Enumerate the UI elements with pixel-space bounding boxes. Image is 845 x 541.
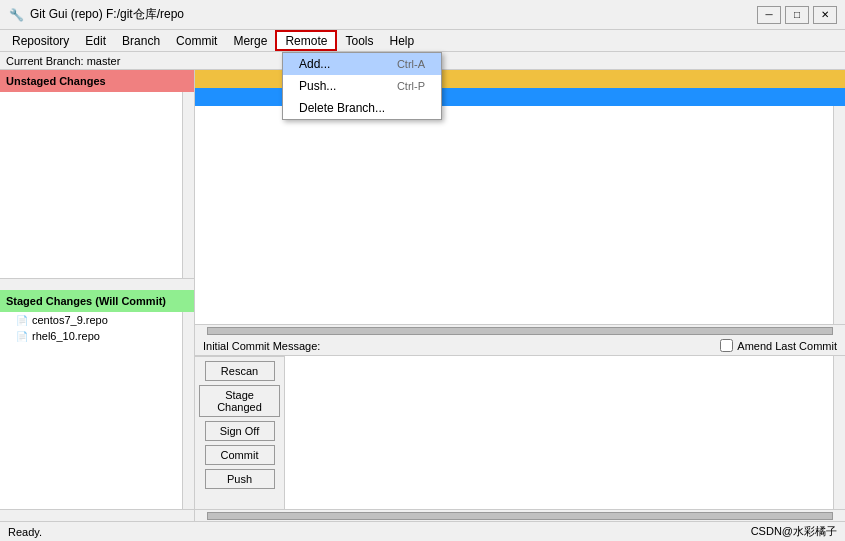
commit-area: Initial Commit Message: Amend Last Commi… [195, 336, 845, 521]
diff-scrollbar-thumb[interactable] [207, 327, 833, 335]
window-controls: ─ □ ✕ [757, 6, 837, 24]
commit-header: Initial Commit Message: Amend Last Commi… [195, 336, 845, 356]
diff-scrollbar-h[interactable] [195, 324, 845, 336]
menu-branch[interactable]: Branch [114, 30, 168, 51]
left-panel: Unstaged Changes Staged Changes (Will Co… [0, 70, 195, 521]
staged-file-centos[interactable]: 📄 centos7_9.repo [0, 312, 194, 328]
remote-dropdown: Add... Ctrl-A Push... Ctrl-P Delete Bran… [282, 52, 442, 120]
amend-checkbox[interactable] [720, 339, 733, 352]
rescan-button[interactable]: Rescan [205, 361, 275, 381]
menu-merge[interactable]: Merge [225, 30, 275, 51]
menu-remote[interactable]: Remote [275, 30, 337, 51]
dropdown-delete-branch[interactable]: Delete Branch... [283, 97, 441, 119]
dropdown-push-shortcut: Ctrl-P [397, 80, 425, 92]
sign-off-button[interactable]: Sign Off [205, 421, 275, 441]
app-icon: 🔧 [8, 7, 24, 23]
dropdown-add-label: Add... [299, 57, 330, 71]
file-icon-rhel: 📄 [16, 331, 28, 342]
commit-button[interactable]: Commit [205, 445, 275, 465]
unstaged-h-scrollbar [0, 278, 194, 290]
staged-header: Staged Changes (Will Commit) [0, 290, 194, 312]
dropdown-delete-label: Delete Branch... [299, 101, 385, 115]
commit-scrollbar-thumb[interactable] [207, 512, 833, 520]
file-icon-centos: 📄 [16, 315, 28, 326]
menu-bar: Repository Edit Branch Commit Merge Remo… [0, 30, 845, 52]
staged-section: Staged Changes (Will Commit) 📄 centos7_9… [0, 290, 194, 521]
unstaged-header: Unstaged Changes [0, 70, 194, 92]
commit-scrollbar-v[interactable] [833, 356, 845, 509]
menu-tools[interactable]: Tools [337, 30, 381, 51]
menu-help[interactable]: Help [381, 30, 422, 51]
unstaged-section: Unstaged Changes [0, 70, 194, 290]
menu-repository[interactable]: Repository [4, 30, 77, 51]
dropdown-add[interactable]: Add... Ctrl-A [283, 53, 441, 75]
staged-file-rhel[interactable]: 📄 rhel6_10.repo [0, 328, 194, 344]
menu-commit[interactable]: Commit [168, 30, 225, 51]
staged-file-list[interactable]: 📄 centos7_9.repo 📄 rhel6_10.repo [0, 312, 194, 509]
commit-scrollbar-h[interactable] [195, 509, 845, 521]
commit-message-label: Initial Commit Message: [203, 340, 320, 352]
dropdown-add-shortcut: Ctrl-A [397, 58, 425, 70]
diff-content[interactable] [195, 106, 845, 324]
action-buttons: Rescan Stage Changed Sign Off Commit Pus… [195, 356, 285, 509]
commit-message-input[interactable] [285, 356, 833, 509]
commit-bottom: Rescan Stage Changed Sign Off Commit Pus… [195, 356, 845, 509]
amend-label: Amend Last Commit [737, 340, 837, 352]
staged-h-scrollbar [0, 509, 194, 521]
unstaged-scrollbar[interactable] [182, 92, 194, 278]
push-button[interactable]: Push [205, 469, 275, 489]
current-branch-label: Current Branch: master [6, 55, 120, 67]
status-text: Ready. [8, 526, 42, 538]
staged-scrollbar[interactable] [182, 312, 194, 509]
commit-message-area [285, 356, 845, 509]
menu-edit[interactable]: Edit [77, 30, 114, 51]
dropdown-push[interactable]: Push... Ctrl-P [283, 75, 441, 97]
unstaged-file-list[interactable] [0, 92, 194, 278]
stage-changed-button[interactable]: Stage Changed [199, 385, 280, 417]
diff-scrollbar-v[interactable] [833, 106, 845, 324]
title-bar: 🔧 Git Gui (repo) F:/git仓库/repo ─ □ ✕ [0, 0, 845, 30]
maximize-button[interactable]: □ [785, 6, 809, 24]
amend-checkbox-row: Amend Last Commit [720, 339, 837, 352]
close-button[interactable]: ✕ [813, 6, 837, 24]
status-bar: Ready. CSDN@水彩橘子 [0, 521, 845, 541]
dropdown-push-label: Push... [299, 79, 336, 93]
minimize-button[interactable]: ─ [757, 6, 781, 24]
watermark: CSDN@水彩橘子 [751, 524, 837, 539]
window-title: Git Gui (repo) F:/git仓库/repo [30, 6, 184, 23]
right-panel: Initial Commit Message: Amend Last Commi… [195, 70, 845, 521]
